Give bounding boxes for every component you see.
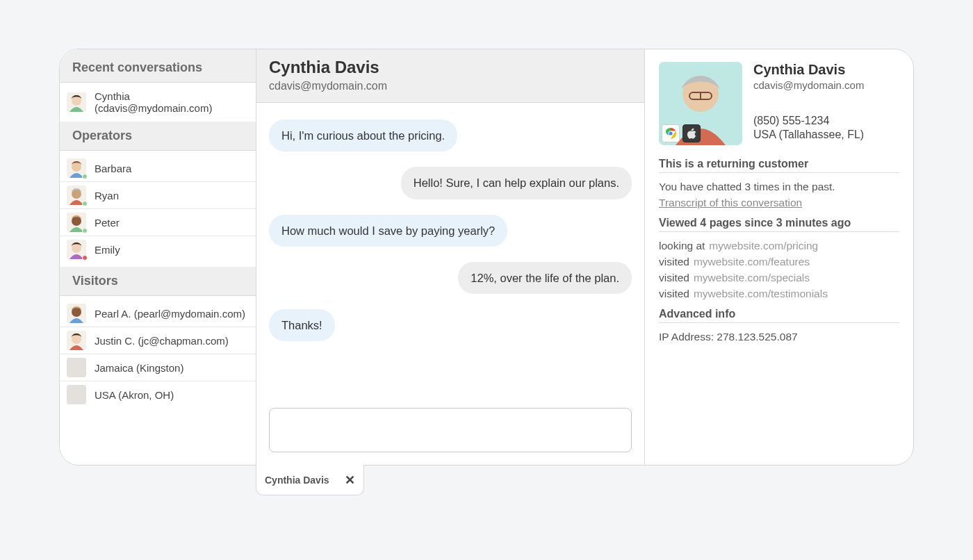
advanced-heading: Advanced info bbox=[659, 308, 899, 323]
sidebar-item-label: Emily bbox=[95, 244, 120, 256]
avatar bbox=[67, 213, 86, 232]
viewed-page-line: visitedmywebsite.com/features bbox=[659, 254, 899, 270]
returning-body: You have chatted 3 times in the past. Tr… bbox=[659, 179, 899, 211]
sidebar-item[interactable]: Pearl A. (pearl@mydomain.com) bbox=[60, 300, 256, 327]
identity-block: Cynthia Davis cdavis@mydomain.com (850) … bbox=[659, 62, 899, 145]
sidebar-operators-list: Barbara Ryan Peter Emily bbox=[60, 151, 256, 267]
message-bubble-outgoing: 12%, over the life of the plan. bbox=[458, 262, 632, 294]
sidebar-item[interactable]: Peter bbox=[60, 209, 256, 236]
viewed-heading: Viewed 4 pages since 3 minutes ago bbox=[659, 217, 899, 232]
sidebar-item-label: Justin C. (jc@chapman.com) bbox=[95, 335, 229, 347]
viewed-url[interactable]: mywebsite.com/pricing bbox=[709, 238, 818, 254]
sidebar-item-label: Cynthia (cdavis@mydomain.com) bbox=[95, 90, 249, 114]
returning-customer-section: This is a returning customer You have ch… bbox=[659, 158, 899, 211]
avatar bbox=[67, 158, 86, 178]
sidebar-item-label: USA (Akron, OH) bbox=[95, 389, 174, 401]
avatar bbox=[67, 304, 86, 323]
svg-rect-15 bbox=[67, 385, 86, 404]
status-dot-icon bbox=[82, 255, 88, 261]
message-bubble-outgoing: Hello! Sure, I can help explain our plan… bbox=[401, 167, 632, 199]
viewed-pages-list: looking atmywebsite.com/pricingvisitedmy… bbox=[659, 238, 899, 302]
sidebar-item[interactable]: Cynthia (cdavis@mydomain.com) bbox=[60, 87, 256, 117]
avatar bbox=[67, 331, 86, 350]
avatar bbox=[67, 186, 86, 205]
avatar bbox=[67, 240, 86, 259]
sidebar-section-visitors-header: Visitors bbox=[60, 267, 256, 296]
avatar bbox=[67, 358, 86, 377]
sidebar-item[interactable]: Jamaica (Kingston) bbox=[60, 354, 256, 381]
sidebar-item[interactable]: Emily bbox=[60, 236, 256, 263]
avatar bbox=[67, 92, 86, 112]
close-icon[interactable]: ✕ bbox=[345, 472, 355, 488]
sidebar-item[interactable]: Barbara bbox=[60, 155, 256, 182]
message-bubble-incoming: How much would I save by paying yearly? bbox=[269, 215, 507, 247]
sidebar-item[interactable]: Ryan bbox=[60, 182, 256, 209]
viewed-verb: visited bbox=[659, 286, 689, 302]
contact-email: cdavis@mydomain.com bbox=[753, 79, 864, 91]
viewed-url[interactable]: mywebsite.com/features bbox=[694, 254, 810, 270]
conversation-contact-name: Cynthia Davis bbox=[269, 58, 632, 77]
sidebar-item-label: Peter bbox=[95, 217, 120, 229]
chrome-icon bbox=[662, 124, 680, 142]
returning-heading: This is a returning customer bbox=[659, 158, 899, 173]
chat-app-window: Recent conversations Cynthia (cdavis@myd… bbox=[59, 49, 914, 466]
message-list[interactable]: Hi, I'm curious about the pricing.Hello!… bbox=[256, 103, 644, 404]
sidebar-item-label: Jamaica (Kingston) bbox=[95, 362, 183, 374]
apple-icon bbox=[682, 124, 701, 142]
status-dot-icon bbox=[82, 228, 88, 233]
message-bubble-incoming: Hi, I'm curious about the pricing. bbox=[269, 120, 457, 151]
viewed-page-line: visitedmywebsite.com/testimonials bbox=[659, 286, 899, 302]
svg-point-22 bbox=[669, 131, 672, 135]
conversation-header: Cynthia Davis cdavis@mydomain.com bbox=[256, 49, 644, 103]
svg-rect-14 bbox=[67, 358, 86, 377]
identity-text: Cynthia Davis cdavis@mydomain.com (850) … bbox=[753, 62, 864, 145]
sidebar-item-label: Ryan bbox=[95, 190, 119, 201]
viewed-url[interactable]: mywebsite.com/testimonials bbox=[694, 286, 828, 302]
sidebar-item-label: Barbara bbox=[95, 163, 131, 174]
viewed-pages-section: Viewed 4 pages since 3 minutes ago looki… bbox=[659, 217, 899, 302]
conversation-panel: Cynthia Davis cdavis@mydomain.com Hi, I'… bbox=[256, 49, 645, 465]
viewed-page-line: looking atmywebsite.com/pricing bbox=[659, 238, 899, 254]
contact-phone: (850) 555-1234 bbox=[753, 115, 864, 127]
contact-location: USA (Tallahassee, FL) bbox=[753, 129, 864, 141]
details-panel: Cynthia Davis cdavis@mydomain.com (850) … bbox=[645, 49, 913, 465]
viewed-verb: looking at bbox=[659, 238, 705, 254]
sidebar-section-operators-header: Operators bbox=[60, 122, 256, 151]
viewed-verb: visited bbox=[659, 270, 689, 286]
status-dot-icon bbox=[82, 201, 88, 206]
viewed-url[interactable]: mywebsite.com/specials bbox=[694, 270, 810, 286]
transcript-link[interactable]: Transcript of this conversation bbox=[659, 197, 802, 208]
sidebar-recent-list: Cynthia (cdavis@mydomain.com) bbox=[60, 83, 256, 122]
sidebar-visitors-list: Pearl A. (pearl@mydomain.com) Justin C. … bbox=[60, 296, 256, 412]
returning-text: You have chatted 3 times in the past. bbox=[659, 181, 835, 192]
ip-address: IP Address: 278.123.525.087 bbox=[659, 329, 899, 345]
avatar bbox=[67, 385, 86, 404]
conversation-contact-email: cdavis@mydomain.com bbox=[269, 80, 632, 92]
conversation-tab-label: Cynthia Davis bbox=[265, 475, 329, 486]
status-dot-icon bbox=[82, 174, 88, 179]
compose-input[interactable] bbox=[269, 408, 632, 452]
sidebar-item[interactable]: USA (Akron, OH) bbox=[60, 381, 256, 408]
contact-avatar-large bbox=[659, 62, 742, 145]
message-bubble-incoming: Thanks! bbox=[269, 309, 335, 341]
viewed-page-line: visitedmywebsite.com/specials bbox=[659, 270, 899, 286]
conversation-tab[interactable]: Cynthia Davis ✕ bbox=[256, 465, 364, 495]
sidebar-section-recent-header: Recent conversations bbox=[60, 49, 256, 83]
contact-name: Cynthia Davis bbox=[753, 62, 864, 78]
sidebar-item-label: Pearl A. (pearl@mydomain.com) bbox=[95, 308, 245, 320]
sidebar-item[interactable]: Justin C. (jc@chapman.com) bbox=[60, 327, 256, 354]
viewed-verb: visited bbox=[659, 254, 689, 270]
advanced-info-section: Advanced info IP Address: 278.123.525.08… bbox=[659, 308, 899, 345]
sidebar: Recent conversations Cynthia (cdavis@myd… bbox=[60, 49, 256, 465]
